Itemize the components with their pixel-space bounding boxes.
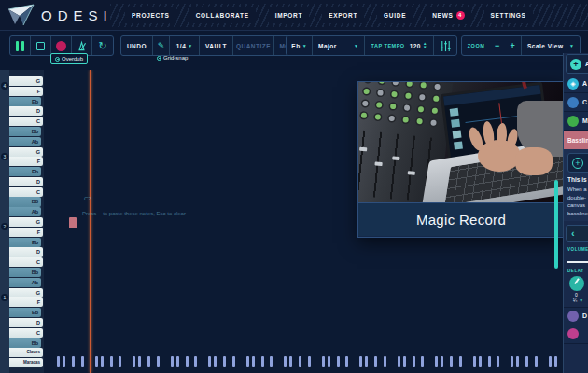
scale-dropdown[interactable]: Major ▼ [313, 36, 365, 55]
maracas-note[interactable] [214, 356, 217, 367]
sidebar-item-arp[interactable]: ◈ A [564, 75, 588, 93]
maracas-note[interactable] [549, 356, 552, 367]
zoom-in-button[interactable]: + [505, 36, 522, 55]
maracas-note[interactable] [328, 356, 330, 367]
maracas-note[interactable] [194, 356, 197, 367]
maracas-note[interactable] [223, 356, 226, 367]
maracas-note[interactable] [450, 356, 453, 367]
maracas-note[interactable] [554, 356, 557, 367]
piano-key-d[interactable]: D [9, 318, 43, 327]
piano-key-bb[interactable]: Bb [9, 127, 41, 136]
piano-key-c[interactable]: C [9, 328, 43, 338]
maracas-note[interactable] [119, 356, 121, 367]
maracas-note[interactable] [171, 356, 174, 367]
maracas-note[interactable] [421, 356, 424, 367]
key-dropdown[interactable]: Eb ▼ [287, 36, 313, 55]
maracas-note[interactable] [516, 356, 519, 367]
maracas-note[interactable] [459, 356, 462, 367]
maracas-note[interactable] [138, 356, 141, 367]
percussion-key-claves[interactable]: Claves [9, 348, 43, 357]
maracas-note[interactable] [252, 356, 255, 367]
maracas-note[interactable] [384, 356, 386, 367]
magic-record-overlay[interactable]: Magic Record [357, 81, 565, 238]
pause-button[interactable] [10, 36, 31, 55]
record-button[interactable] [51, 36, 72, 55]
piano-key-c[interactable]: C [9, 257, 43, 267]
piano-key-d[interactable]: D [9, 177, 43, 186]
piano-key-f[interactable]: F [9, 228, 43, 237]
piano-key-f[interactable]: F [9, 87, 43, 96]
maracas-note[interactable] [374, 356, 377, 367]
maracas-note[interactable] [246, 356, 249, 367]
maracas-note[interactable] [535, 356, 538, 367]
add-bassline-button[interactable]: + [567, 153, 588, 173]
undo-button[interactable]: UNDO [121, 36, 153, 55]
bassline-track-header[interactable]: Bassline [564, 131, 588, 149]
pencil-tool-button[interactable]: ✎ [153, 36, 170, 55]
maracas-note[interactable] [479, 356, 482, 367]
sidebar-item-chords[interactable]: C [564, 93, 588, 112]
sidebar-item-drums[interactable]: D [564, 307, 588, 325]
playhead[interactable] [90, 70, 91, 373]
tempo-stepper[interactable]: ▲▼ [423, 42, 427, 49]
maracas-note[interactable] [299, 356, 301, 367]
bassline-note[interactable] [69, 217, 77, 228]
maracas-note[interactable] [435, 356, 438, 367]
volume-slider[interactable] [567, 261, 588, 263]
sidebar-item-extra[interactable] [564, 325, 588, 344]
delay-knob[interactable] [569, 276, 584, 291]
view-mode-dropdown[interactable]: Scale View ▼ [522, 36, 580, 55]
maracas-note[interactable] [95, 356, 98, 367]
collapse-panel-button[interactable]: ‹ [566, 225, 588, 242]
maracas-note[interactable] [57, 356, 60, 367]
maracas-note[interactable] [81, 356, 84, 367]
maracas-note[interactable] [270, 356, 273, 367]
piano-key-f[interactable]: F [9, 157, 43, 166]
nav-item-export[interactable]: EXPORT [322, 7, 364, 23]
piano-key-bb[interactable]: Bb [9, 268, 41, 277]
maracas-note[interactable] [63, 356, 65, 367]
maracas-note[interactable] [72, 356, 75, 367]
maracas-note[interactable] [511, 356, 513, 367]
maracas-note[interactable] [261, 356, 264, 367]
maracas-note[interactable] [403, 356, 406, 367]
piano-key-ab[interactable]: Ab [9, 137, 41, 146]
piano-key-g[interactable]: G [9, 217, 43, 227]
piano-key-f[interactable]: F [9, 297, 43, 307]
nav-item-projects[interactable]: PROJECTS [125, 7, 176, 23]
maracas-note[interactable] [133, 356, 135, 367]
piano-key-eb[interactable]: Eb [9, 238, 41, 247]
metronome-button[interactable] [72, 36, 92, 55]
maracas-note[interactable] [398, 356, 400, 367]
maracas-note[interactable] [488, 356, 491, 367]
sidebar-item-melody[interactable]: M [564, 112, 588, 131]
maracas-note[interactable] [101, 356, 104, 367]
add-track-button[interactable]: + A [566, 54, 588, 74]
nav-item-collaborate[interactable]: COLLABORATE [189, 7, 256, 23]
piano-key-g[interactable]: G [9, 76, 43, 86]
piano-key-g[interactable]: G [9, 147, 43, 157]
vertical-scrollbar[interactable] [554, 180, 558, 269]
maracas-note[interactable] [441, 356, 443, 367]
piano-key-eb[interactable]: Eb [9, 97, 41, 106]
nav-item-guide[interactable]: GUIDE [377, 7, 413, 23]
maracas-note[interactable] [337, 356, 340, 367]
maracas-note[interactable] [413, 356, 415, 367]
maracas-note[interactable] [359, 356, 362, 367]
percussion-key-maracas[interactable]: Maracas [9, 358, 43, 367]
maracas-note[interactable] [157, 356, 160, 367]
piano-key-eb[interactable]: Eb [9, 167, 41, 176]
tap-tempo-control[interactable]: TAP TEMPO 120 ▲▼ [365, 36, 434, 55]
maracas-note[interactable] [208, 356, 211, 367]
odesi-logo[interactable]: ODESI [7, 4, 113, 26]
piano-key-bb[interactable]: Bb [9, 197, 41, 206]
piano-key-d[interactable]: D [9, 247, 43, 256]
maracas-note[interactable] [322, 356, 325, 367]
piano-key-eb[interactable]: Eb [9, 308, 41, 317]
maracas-note[interactable] [110, 356, 113, 367]
piano-key-g[interactable]: G [9, 288, 43, 297]
maracas-note[interactable] [176, 356, 179, 367]
stop-button[interactable] [31, 36, 51, 55]
grid-value-dropdown[interactable]: 1/4 ▼ [170, 36, 200, 55]
maracas-note[interactable] [473, 356, 476, 367]
